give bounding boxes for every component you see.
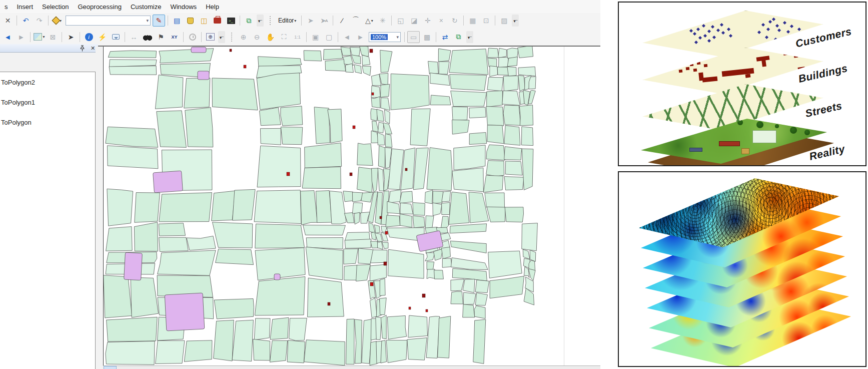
go-to-xy-icon[interactable]: XY [168,31,181,43]
measure-icon[interactable]: ↔ [128,31,140,43]
editor-toolbar-overflow[interactable]: —▾ [512,15,519,27]
go-forward-page-icon[interactable]: ► [354,31,367,43]
zoom-percent-combo[interactable]: 100%▾ [369,32,401,42]
toolbar-overflow-1[interactable]: —▾ [257,15,264,27]
customer-point [777,29,781,32]
focus-data-frame-icon[interactable]: ▩ [421,31,433,43]
time-slider-icon[interactable] [186,31,199,43]
move-tool-icon[interactable]: ✛ [421,15,434,27]
map-parcel [449,49,488,75]
fixed-zoom-in-icon[interactable]: ▣ [309,31,322,43]
customer-point [768,20,772,24]
find-icon [143,34,152,41]
endpoint-arc-icon[interactable]: ⌒ [349,15,362,27]
zoom-out-page-icon[interactable]: ⊖ [251,31,263,43]
map-parcel [254,190,301,224]
back-extent-icon[interactable]: ◄ [2,31,14,43]
edit-tool-icon[interactable]: ➤ [304,15,317,27]
table-of-contents-icon[interactable]: ▤ [171,15,183,27]
move-tool-icon-glyph: ✛ [425,17,431,25]
map-parcel [354,212,360,224]
attributes-icon[interactable]: ▦ [466,15,479,27]
menu-item-windows[interactable]: Windows [166,1,201,13]
menu-item-help[interactable]: Help [201,1,224,13]
chevron-down-icon[interactable]: ▾ [146,18,149,23]
edit-annotation-tool-icon[interactable]: ➤A [318,15,330,27]
add-data-icon[interactable] [184,15,197,27]
toolbar-grip[interactable] [270,16,272,25]
delete-icon[interactable]: ✕ [2,15,14,27]
zoom-100-icon[interactable]: 1:1 [291,31,304,43]
map-parcel [345,64,353,73]
pin-icon[interactable] [79,45,86,52]
refresh-view-icon[interactable]: ⇄ [439,31,451,43]
map-horizontal-scrollbar[interactable] [103,365,600,369]
edit-sketch-tool-icon[interactable]: ✎ [153,15,165,27]
menu-item-selection[interactable]: Selection [38,1,73,13]
map-parcel [452,268,487,281]
fixed-zoom-out-icon[interactable]: ▢ [323,31,335,43]
map-canvas[interactable] [103,47,564,365]
viewer-window-icon[interactable]: ⊕ [204,31,217,43]
identify-icon[interactable]: i [83,31,95,43]
straight-segment-icon[interactable]: ∕ [336,15,348,27]
customers-layer-plane [643,11,823,57]
data-driven-pages-icon[interactable]: ⧉ [452,31,465,43]
toggle-draft-mode-icon[interactable]: ▭ [407,31,420,43]
modelbuilder-icon[interactable]: ⧉ [243,15,255,27]
layout-toolbar-overflow[interactable]: —▾ [466,31,473,43]
trace-tool-icon[interactable]: △▾ [363,15,375,27]
map-parcel [504,126,520,146]
html-popup-icon[interactable] [110,31,122,43]
editor-menu-button[interactable]: Editor▾ [275,16,299,25]
reshape-feature-icon[interactable]: ◱ [394,15,407,27]
map-parcel [372,121,379,132]
hyperlink-icon[interactable]: ⚡ [96,31,109,43]
menu-item-s[interactable]: s [0,1,13,13]
map-parcel [131,277,159,317]
tools-toolbar-overflow[interactable]: —▾ [218,31,225,43]
map-parcel [523,249,530,259]
refresh-view-icon-glyph: ⇄ [442,33,448,41]
zoom-whole-page-icon[interactable]: ⛶ [278,31,290,43]
select-elements-icon[interactable]: ➤ [65,31,77,43]
map-parcel [216,249,254,265]
map-parcel [314,107,330,144]
python-window-icon[interactable]: >_ [225,15,237,27]
endpoint-arc-icon-glyph: ⌒ [352,16,359,25]
split-tool-icon[interactable]: × [435,15,447,27]
clear-selection-icon[interactable]: ⊠ [47,31,59,43]
feature-template-combo[interactable]: ▾ [66,16,151,26]
toc-layer-0[interactable]: ToPolygon2 [0,79,95,86]
rotate-tool-icon[interactable]: ↻ [448,15,461,27]
map-parcel [463,292,476,304]
map-parcel [498,48,507,58]
point-tool-icon[interactable]: ✳ [376,15,389,27]
menu-item-customize[interactable]: Customize [126,1,166,13]
pan-page-icon[interactable]: ✋ [264,31,277,43]
measure-icon-glyph: ↔ [131,33,138,41]
cut-polygons-icon[interactable]: ◪ [408,15,420,27]
zoom-in-page-icon[interactable]: ⊕ [237,31,250,43]
undo-icon[interactable]: ↶ [20,15,32,27]
catalog-window-icon[interactable]: ◫ [198,15,210,27]
toc-layer-2[interactable]: ToPolygon [0,119,95,126]
select-features-icon[interactable]: ▾ [33,31,46,43]
toc-layer-1[interactable]: ToPolygon1 [0,99,95,106]
scrollbar-thumb[interactable] [104,366,117,369]
sketch-properties-icon[interactable]: ⊡ [480,15,492,27]
create-features-icon[interactable]: ▾ [51,15,64,27]
redo-icon[interactable]: ↷ [33,15,46,27]
menu-item-geoprocessing[interactable]: Geoprocessing [74,1,126,13]
map-parcel [355,319,362,363]
go-back-page-icon[interactable]: ◄ [341,31,353,43]
chevron-down-icon[interactable]: ▾ [396,35,399,40]
find-icon[interactable] [141,31,154,43]
toolbar-grip[interactable] [231,33,234,42]
map-parcel [497,67,509,75]
menu-item-insert[interactable]: Insert [13,1,38,13]
forward-extent-icon[interactable]: ► [15,31,28,43]
find-route-icon[interactable]: ⚑ [155,31,167,43]
edit-properties-icon[interactable]: ▨ [498,15,510,27]
arctoolbox-icon[interactable] [211,15,224,27]
